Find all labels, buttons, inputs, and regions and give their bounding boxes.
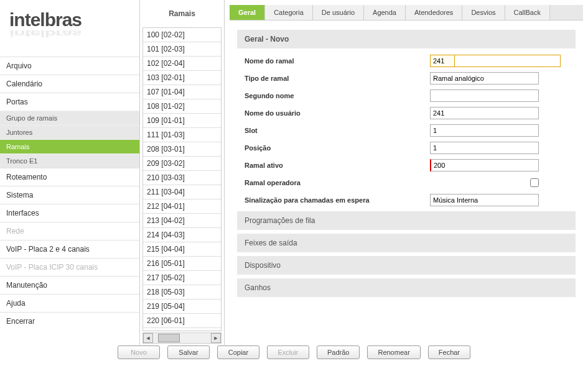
form-content: Geral - Novo Nome do ramal Tipo de ramal… <box>225 21 588 345</box>
nav-roteamento[interactable]: Roteamento <box>0 168 139 186</box>
nav-juntores[interactable]: Juntores <box>0 125 139 139</box>
tab-atendedores[interactable]: Atendedores <box>406 5 462 20</box>
select-posicao[interactable]: 1 <box>430 142 539 154</box>
section-ganhos[interactable]: Ganhos <box>237 278 576 297</box>
label-nome-usuario: Nome do usuário <box>237 109 430 117</box>
ramais-item[interactable]: 102 [02-04] <box>143 57 221 71</box>
main-content: GeralCategoriaDe usuárioAgendaAtendedore… <box>225 0 588 345</box>
ramais-item[interactable]: 212 [04-01] <box>143 199 221 214</box>
ramais-item[interactable]: 220 [06-01] <box>143 314 221 328</box>
nav-voip-2-4[interactable]: VoIP - Placa 2 e 4 canais <box>0 240 139 258</box>
nav-sistema[interactable]: Sistema <box>0 186 139 204</box>
ramais-item[interactable]: 216 [05-01] <box>143 257 221 271</box>
input-nome-ramal[interactable] <box>430 55 455 67</box>
nav-arquivo[interactable]: Arquivo <box>0 57 139 75</box>
excluir-button[interactable]: Excluir <box>267 345 309 359</box>
ramais-item[interactable]: 215 [04-04] <box>143 242 221 257</box>
ramais-item[interactable]: 108 [01-02] <box>143 99 221 114</box>
ramais-panel: Ramais 100 [02-02]101 [02-03]102 [02-04]… <box>140 0 225 345</box>
ramais-item[interactable]: 214 [04-03] <box>143 228 221 242</box>
nav-tronco-e1[interactable]: Tronco E1 <box>0 153 139 168</box>
nav-voip-30[interactable]: VoIP - Placa ICIP 30 canais <box>0 258 139 276</box>
nav-ajuda[interactable]: Ajuda <box>0 295 139 312</box>
nav-encerrar[interactable]: Encerrar <box>0 313 139 330</box>
renomear-button[interactable]: Renomear <box>367 345 420 359</box>
section-prog-fila[interactable]: Programações de fila <box>237 211 576 230</box>
nav-portas[interactable]: Portas <box>0 93 139 111</box>
ramais-header: Ramais <box>140 0 224 27</box>
label-slot: Slot <box>237 127 430 134</box>
ramais-item[interactable]: 208 [03-01] <box>143 142 221 157</box>
ramais-item[interactable]: 107 [01-04] <box>143 85 221 99</box>
ramais-item[interactable]: 217 [05-02] <box>143 271 221 285</box>
checkbox-ramal-operadora[interactable] <box>530 178 539 187</box>
ramais-item[interactable]: 211 [03-04] <box>143 185 221 199</box>
tab-callback[interactable]: CallBack <box>505 5 550 20</box>
select-ramal-ativo[interactable]: 200 <box>430 159 539 172</box>
ramais-item[interactable]: 218 [05-03] <box>143 285 221 300</box>
label-nome-ramal: Nome do ramal <box>237 57 430 65</box>
ramais-item[interactable]: 101 [02-03] <box>143 42 221 57</box>
select-slot[interactable]: 1 <box>430 124 539 137</box>
section-dispositivo[interactable]: Dispositivo <box>237 256 576 275</box>
ramais-list[interactable]: 100 [02-02]101 [02-03]102 [02-04]103 [02… <box>142 27 222 331</box>
ramais-item[interactable]: 210 [03-03] <box>143 171 221 185</box>
salvar-button[interactable]: Salvar <box>167 345 210 359</box>
ramais-item[interactable]: 111 [01-03] <box>143 128 221 142</box>
label-ramal-operadora: Ramal operadora <box>237 179 430 186</box>
label-posicao: Posição <box>237 144 430 152</box>
nav-manutencao[interactable]: Manutenção <box>0 277 139 294</box>
ramais-item[interactable]: 103 [02-01] <box>143 71 221 85</box>
ramais-item[interactable]: 213 [04-02] <box>143 214 221 228</box>
tab-categoria[interactable]: Categoria <box>265 5 313 20</box>
button-bar: Novo Salvar Copiar Excluir Padrão Renome… <box>0 342 588 363</box>
ramais-item[interactable]: 209 [03-02] <box>143 157 221 171</box>
input-nome-ramal-extra[interactable] <box>455 55 561 67</box>
ramais-item[interactable]: 109 [01-01] <box>143 114 221 128</box>
label-tipo-ramal: Tipo de ramal <box>237 75 430 82</box>
nav-rede[interactable]: Rede <box>0 222 139 240</box>
ramais-item[interactable]: 100 [02-02] <box>143 28 221 42</box>
scroll-thumb[interactable] <box>158 334 180 342</box>
logo-reflection: intelbras <box>9 29 130 39</box>
select-tipo-ramal[interactable]: Ramal analógico <box>430 72 539 85</box>
nav-calendario[interactable]: Calendário <box>0 75 139 93</box>
tabs-bar: GeralCategoriaDe usuárioAgendaAtendedore… <box>230 5 583 21</box>
label-segundo-nome: Segundo nome <box>237 92 430 99</box>
label-sinalizacao: Sinalização para chamadas em espera <box>237 196 430 204</box>
input-nome-usuario[interactable] <box>430 107 539 119</box>
select-sinalizacao[interactable]: Música Interna <box>430 194 539 206</box>
label-ramal-ativo: Ramal ativo <box>237 162 430 169</box>
tab-geral[interactable]: Geral <box>230 5 265 20</box>
logo-text: intelbras <box>9 9 130 30</box>
input-nome-ramal-wrap <box>430 55 539 67</box>
fechar-button[interactable]: Fechar <box>428 345 470 359</box>
nav-ramais[interactable]: Ramais <box>0 139 139 153</box>
tab-de-usuário[interactable]: De usuário <box>313 5 364 20</box>
input-segundo-nome[interactable] <box>430 89 539 102</box>
logo: intelbras intelbras <box>0 0 139 57</box>
nav-grupo-ramais[interactable]: Grupo de ramais <box>0 111 139 125</box>
padrao-button[interactable]: Padrão <box>317 345 360 359</box>
section-feixes[interactable]: Feixes de saída <box>237 234 576 252</box>
novo-button[interactable]: Novo <box>118 345 160 359</box>
tab-desvios[interactable]: Desvios <box>462 5 505 20</box>
copiar-button[interactable]: Copiar <box>217 345 259 359</box>
section-geral-novo: Geral - Novo <box>237 30 576 48</box>
sidebar-nav: intelbras intelbras Arquivo Calendário P… <box>0 0 140 345</box>
ramais-item[interactable]: 219 [05-04] <box>143 300 221 314</box>
tab-agenda[interactable]: Agenda <box>364 5 406 20</box>
nav-interfaces[interactable]: Interfaces <box>0 204 139 222</box>
